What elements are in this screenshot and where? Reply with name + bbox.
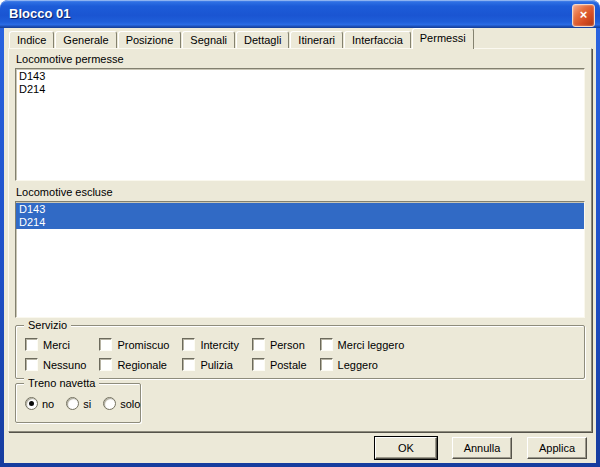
- checkbox-pulizia[interactable]: Pulizia: [182, 358, 239, 371]
- checkbox-icon[interactable]: [252, 358, 265, 371]
- shuttle-train-groupbox: Treno navetta no si solo: [15, 383, 141, 423]
- window-title: Blocco 01: [9, 6, 70, 21]
- checkbox-icon[interactable]: [320, 358, 333, 371]
- list-item[interactable]: D143: [16, 70, 584, 83]
- checkbox-icon[interactable]: [25, 338, 38, 351]
- checkbox-icon[interactable]: [99, 338, 112, 351]
- tab-itinerari[interactable]: Itinerari: [290, 31, 343, 48]
- excluded-locomotives-label: Locomotive escluse: [16, 186, 113, 198]
- titlebar[interactable]: Blocco 01 ×: [0, 0, 600, 28]
- checkbox-label: Regionale: [117, 359, 167, 371]
- radio-no[interactable]: no: [25, 397, 54, 410]
- checkbox-leggero[interactable]: Leggero: [320, 358, 405, 371]
- list-item[interactable]: D214: [16, 83, 584, 96]
- checkbox-regionale[interactable]: Regionale: [99, 358, 169, 371]
- close-icon: ×: [580, 7, 588, 22]
- apply-button[interactable]: Applica: [527, 437, 587, 459]
- checkbox-label: Pulizia: [200, 359, 232, 371]
- tab-segnali[interactable]: Segnali: [182, 31, 235, 48]
- checkbox-icon[interactable]: [252, 338, 265, 351]
- excluded-locomotives-list[interactable]: D143 D214: [15, 201, 585, 318]
- checkbox-label: Merci leggero: [338, 339, 405, 351]
- checkbox-icon[interactable]: [182, 338, 195, 351]
- checkbox-icon[interactable]: [182, 358, 195, 371]
- checkbox-label: Person: [270, 339, 305, 351]
- radio-icon[interactable]: [66, 397, 79, 410]
- radio-label: no: [42, 398, 54, 410]
- checkbox-label: Leggero: [338, 359, 378, 371]
- radio-icon[interactable]: [103, 397, 116, 410]
- checkbox-merci[interactable]: Merci: [25, 338, 86, 351]
- tab-generale[interactable]: Generale: [55, 31, 116, 48]
- list-item[interactable]: D143: [16, 203, 584, 216]
- permitted-locomotives-label: Locomotive permesse: [16, 53, 124, 65]
- checkbox-intercity[interactable]: Intercity: [182, 338, 239, 351]
- checkbox-icon[interactable]: [99, 358, 112, 371]
- dialog-button-row: OK Annulla Applica: [375, 437, 587, 459]
- checkbox-promiscuo[interactable]: Promiscuo: [99, 338, 169, 351]
- ok-button[interactable]: OK: [375, 437, 437, 459]
- tab-interfaccia[interactable]: Interfaccia: [344, 31, 411, 48]
- service-group-label: Servizio: [24, 319, 71, 332]
- checkbox-label: Promiscuo: [117, 339, 169, 351]
- service-options: Merci Promiscuo Intercity Person: [16, 326, 584, 371]
- radio-icon[interactable]: [25, 397, 38, 410]
- checkbox-icon[interactable]: [25, 358, 38, 371]
- tab-dettagli[interactable]: Dettagli: [236, 31, 289, 48]
- list-item[interactable]: D214: [16, 216, 584, 229]
- checkbox-nessuno[interactable]: Nessuno: [25, 358, 86, 371]
- permitted-locomotives-list[interactable]: D143 D214: [15, 68, 585, 181]
- service-groupbox: Servizio Merci Promiscuo Intercity: [15, 325, 585, 379]
- tab-permessi[interactable]: Permessi: [412, 28, 474, 49]
- checkbox-person[interactable]: Person: [252, 338, 307, 351]
- checkbox-label: Merci: [43, 339, 70, 351]
- dialog-window: Blocco 01 × Indice Generale Posizione Se…: [0, 0, 600, 467]
- shuttle-train-group-label: Treno navetta: [24, 377, 99, 390]
- radio-label: solo: [120, 398, 140, 410]
- radio-solo[interactable]: solo: [103, 397, 140, 410]
- checkbox-postale[interactable]: Postale: [252, 358, 307, 371]
- tab-strip: Indice Generale Posizione Segnali Dettag…: [9, 31, 475, 48]
- checkbox-label: Postale: [270, 359, 307, 371]
- checkbox-label: Intercity: [200, 339, 239, 351]
- radio-si[interactable]: si: [66, 397, 91, 410]
- radio-label: si: [83, 398, 91, 410]
- checkbox-merci-leggero[interactable]: Merci leggero: [320, 338, 405, 351]
- permessi-tab-page: Locomotive permesse D143 D214 Locomotive…: [8, 48, 592, 432]
- dialog-client-area: Indice Generale Posizione Segnali Dettag…: [4, 28, 596, 463]
- close-button[interactable]: ×: [572, 4, 595, 27]
- tab-posizione[interactable]: Posizione: [118, 31, 182, 48]
- cancel-button[interactable]: Annulla: [452, 437, 512, 459]
- tab-indice[interactable]: Indice: [9, 31, 54, 48]
- checkbox-label: Nessuno: [43, 359, 86, 371]
- checkbox-icon[interactable]: [320, 338, 333, 351]
